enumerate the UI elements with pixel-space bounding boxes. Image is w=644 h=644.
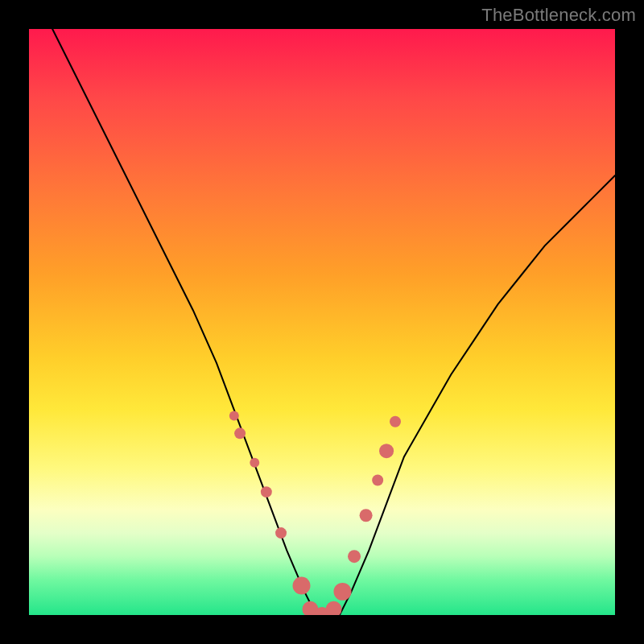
- marker-dot: [261, 486, 272, 497]
- bottleneck-curve-svg: [29, 29, 615, 615]
- frame-border: [615, 0, 644, 644]
- watermark-text: TheBottleneck.com: [481, 5, 636, 26]
- bottleneck-curve: [52, 29, 615, 615]
- marker-dot: [372, 475, 383, 486]
- marker-dot: [234, 427, 246, 439]
- plot-area: [29, 29, 615, 615]
- marker-dot: [379, 444, 394, 458]
- chart-frame: TheBottleneck.com: [0, 0, 644, 644]
- marker-dot: [333, 583, 351, 601]
- marker-dot: [250, 458, 259, 468]
- recommended-markers: [229, 411, 401, 623]
- marker-dot: [360, 509, 373, 522]
- marker-dot: [275, 527, 287, 539]
- frame-border: [0, 615, 644, 644]
- frame-border: [0, 0, 29, 644]
- marker-dot: [229, 411, 239, 421]
- marker-dot: [293, 577, 311, 595]
- marker-dot: [390, 416, 401, 427]
- marker-dot: [348, 550, 361, 563]
